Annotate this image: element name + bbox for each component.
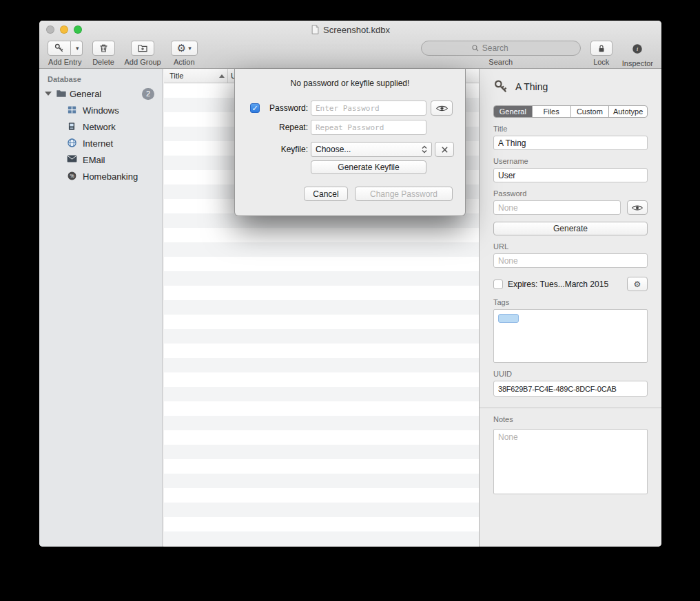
sidebar-item-label: Network [83, 122, 116, 132]
toolbar-action: ⚙ ▾ Action [171, 41, 198, 66]
tab-autotype[interactable]: Autotype [609, 106, 647, 117]
title-input[interactable] [493, 136, 648, 150]
sidebar-item-network[interactable]: Network [39, 118, 163, 135]
add-entry-dropdown-button[interactable]: ▾ [71, 41, 83, 56]
uuid-input[interactable] [493, 381, 648, 397]
toolbar-add-group: Add Group [125, 41, 161, 66]
tags-field-label: Tags [493, 298, 648, 306]
tags-field[interactable] [493, 309, 648, 363]
tab-custom[interactable]: Custom [571, 106, 610, 117]
inspector-button[interactable]: i [631, 41, 644, 57]
sidebar-item-label: Windows [83, 105, 119, 116]
search-field[interactable] [421, 41, 581, 56]
folder-icon [56, 88, 67, 99]
notes-field-label: Notes [493, 415, 648, 423]
clear-keyfile-button[interactable] [435, 142, 454, 157]
zoom-button[interactable] [74, 25, 82, 34]
inspector-panel: A Thing General Files Custom Autotype Ti… [479, 69, 661, 547]
main-content: Database General 2 Windows Network [39, 69, 661, 547]
search-icon [471, 44, 480, 52]
sidebar-section-header: Database [39, 69, 163, 85]
chevron-down-icon: ▾ [188, 45, 192, 52]
window-title: Screenshot.kdbx [323, 25, 390, 35]
password-input[interactable] [311, 101, 426, 116]
minimize-button[interactable] [60, 25, 68, 34]
delete-label: Delete [92, 58, 114, 66]
globe-icon [67, 138, 78, 149]
expires-settings-button[interactable]: ⚙ [627, 277, 648, 291]
cancel-button[interactable]: Cancel [304, 187, 348, 201]
search-input[interactable] [482, 43, 531, 53]
sidebar-item-general[interactable]: General 2 [39, 85, 163, 102]
action-button[interactable]: ⚙ ▾ [171, 41, 198, 56]
traffic-lights [46, 25, 82, 34]
repeat-label: Repeat: [261, 123, 308, 132]
key-icon [493, 79, 508, 94]
gear-icon: ⚙ [177, 43, 186, 54]
username-field-label: Username [493, 157, 648, 165]
dialog-message: No password or keyfile supplied! [235, 78, 465, 88]
password-dialog: No password or keyfile supplied! ✓ Passw… [234, 69, 466, 216]
add-group-button[interactable] [131, 41, 154, 56]
popup-stepper-icon [422, 145, 427, 154]
notes-textarea[interactable] [493, 429, 648, 494]
action-label: Action [174, 58, 195, 66]
title-field-label: Title [493, 125, 648, 133]
sidebar: Database General 2 Windows Network [39, 69, 163, 547]
checkmark-icon: ✓ [251, 104, 258, 112]
sidebar-item-homebanking[interactable]: % Homebanking [39, 168, 163, 184]
toolbar: ▾ Add Entry Delete A [39, 39, 661, 69]
password-label: Password: [261, 103, 308, 113]
password-field[interactable] [493, 200, 621, 215]
generate-password-button[interactable]: Generate [493, 222, 648, 235]
tab-files[interactable]: Files [533, 106, 571, 117]
eye-icon [632, 204, 643, 211]
reveal-password-button[interactable] [431, 101, 453, 116]
trash-icon [99, 43, 109, 54]
column-header-title[interactable]: Title [164, 69, 228, 83]
svg-text:%: % [70, 173, 74, 178]
search-label: Search [488, 58, 513, 66]
folder-plus-icon [137, 43, 148, 54]
lock-icon [597, 43, 606, 54]
delete-button[interactable] [92, 41, 115, 56]
titlebar[interactable]: Screenshot.kdbx [39, 21, 661, 39]
add-entry-button[interactable] [48, 41, 71, 56]
inspector-label: Inspector [622, 59, 653, 67]
repeat-password-input[interactable] [311, 120, 426, 135]
close-x-icon [441, 146, 449, 154]
keyfile-popup[interactable]: Choose... [311, 142, 432, 157]
url-input[interactable] [493, 253, 648, 268]
password-field-label: Password [493, 189, 648, 198]
password-checkbox[interactable]: ✓ [250, 103, 260, 113]
disclosure-triangle-icon[interactable] [45, 92, 52, 96]
tab-general[interactable]: General [494, 106, 533, 117]
close-button[interactable] [46, 25, 54, 34]
keyfile-popup-value: Choose... [316, 145, 351, 154]
eye-icon [436, 105, 448, 112]
gear-icon: ⚙ [634, 280, 641, 288]
lock-button[interactable] [590, 41, 612, 56]
expires-checkbox[interactable] [493, 280, 503, 289]
tag-chip[interactable] [498, 314, 519, 323]
network-icon [67, 121, 78, 132]
toolbar-delete: Delete [92, 41, 115, 66]
envelope-icon [67, 154, 78, 165]
username-input[interactable] [493, 168, 648, 182]
inspector-tabs: General Files Custom Autotype [493, 105, 648, 118]
reveal-password-button[interactable] [627, 200, 648, 215]
chevron-down-icon: ▾ [76, 45, 79, 52]
sidebar-item-label: EMail [83, 155, 105, 165]
toolbar-lock: Lock [590, 41, 612, 66]
change-password-button[interactable]: Change Password [355, 187, 453, 201]
sidebar-item-label: Homebanking [83, 171, 138, 182]
add-entry-label: Add Entry [48, 58, 81, 66]
toolbar-add-entry: ▾ Add Entry [48, 41, 83, 66]
sidebar-item-email[interactable]: EMail [39, 151, 163, 168]
url-field-label: URL [493, 242, 648, 251]
sidebar-item-windows[interactable]: Windows [39, 102, 163, 118]
generate-keyfile-button[interactable]: Generate Keyfile [311, 160, 426, 174]
document-proxy-icon [311, 25, 320, 34]
key-plus-icon [54, 43, 65, 54]
sidebar-item-internet[interactable]: Internet [39, 135, 163, 151]
